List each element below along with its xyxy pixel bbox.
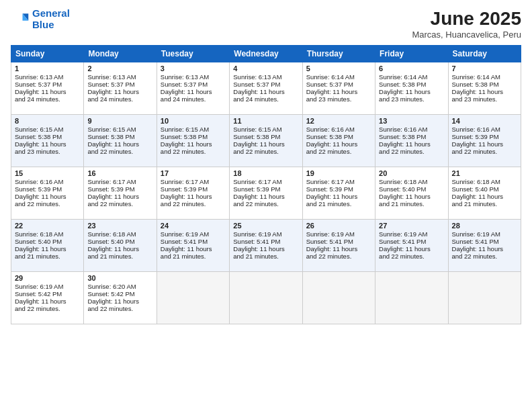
day-number: 5 — [306, 64, 371, 73]
day-info-line: Daylight: 11 hours — [161, 245, 226, 253]
day-info-line: Daylight: 11 hours — [306, 245, 371, 253]
day-info-line: Sunset: 5:38 PM — [452, 81, 517, 88]
day-info-line: and 22 minutes. — [379, 148, 444, 155]
calendar-cell: 11Sunrise: 6:15 AMSunset: 5:38 PMDayligh… — [230, 115, 302, 167]
day-info-line: Daylight: 11 hours — [87, 140, 152, 148]
day-number: 30 — [87, 274, 152, 282]
day-info-line: and 24 minutes. — [87, 95, 152, 103]
day-info-line: Sunset: 5:39 PM — [452, 133, 517, 140]
day-info-line: Daylight: 11 hours — [306, 140, 371, 148]
day-info-line: Sunset: 5:40 PM — [379, 185, 444, 193]
day-info-line: Sunset: 5:38 PM — [379, 81, 444, 88]
day-info-line: and 22 minutes. — [87, 148, 152, 155]
day-info-line: and 22 minutes. — [233, 200, 298, 208]
day-number: 15 — [15, 169, 80, 177]
day-info-line: Daylight: 11 hours — [379, 88, 444, 95]
calendar-week-2: 8Sunrise: 6:15 AMSunset: 5:38 PMDaylight… — [11, 115, 521, 167]
day-number: 28 — [452, 222, 517, 230]
day-info-line: Daylight: 11 hours — [15, 88, 80, 95]
weekday-header-thursday: Thursday — [302, 46, 375, 62]
calendar-cell: 17Sunrise: 6:17 AMSunset: 5:39 PMDayligh… — [157, 167, 229, 220]
calendar-cell: 5Sunrise: 6:14 AMSunset: 5:37 PMDaylight… — [302, 62, 375, 115]
day-info-line: and 22 minutes. — [161, 200, 226, 208]
day-info-line: and 21 minutes. — [379, 200, 444, 208]
day-info-line: Daylight: 11 hours — [161, 193, 226, 200]
calendar: SundayMondayTuesdayWednesdayThursdayFrid… — [11, 45, 521, 324]
day-info-line: Sunrise: 6:18 AM — [15, 230, 80, 238]
day-info-line: and 21 minutes. — [306, 200, 371, 208]
page: General Blue June 2025 Marcas, Huancavel… — [0, 0, 532, 411]
day-info-line: Sunrise: 6:14 AM — [379, 73, 444, 81]
day-info-line: and 21 minutes. — [87, 253, 152, 260]
day-number: 23 — [87, 222, 152, 230]
day-info-line: and 22 minutes. — [306, 253, 371, 260]
day-number: 2 — [87, 64, 152, 73]
day-info-line: Sunset: 5:39 PM — [161, 185, 226, 193]
day-info-line: Sunset: 5:42 PM — [87, 290, 152, 298]
day-info-line: Sunrise: 6:19 AM — [306, 230, 371, 238]
day-info-line: Sunrise: 6:15 AM — [233, 126, 298, 133]
day-info-line: Sunrise: 6:16 AM — [306, 126, 371, 133]
day-info-line: and 23 minutes. — [306, 95, 371, 103]
day-info-line: Sunset: 5:40 PM — [15, 238, 80, 245]
day-info-line: Sunrise: 6:14 AM — [452, 73, 517, 81]
day-info-line: Sunrise: 6:13 AM — [15, 73, 80, 81]
day-info-line: Sunrise: 6:13 AM — [161, 73, 226, 81]
day-info-line: Sunrise: 6:19 AM — [452, 230, 517, 238]
weekday-header-sunday: Sunday — [11, 46, 84, 62]
logo-icon — [11, 10, 30, 29]
day-info-line: Sunset: 5:37 PM — [15, 81, 80, 88]
day-info-line: and 22 minutes. — [15, 200, 80, 208]
calendar-cell: 12Sunrise: 6:16 AMSunset: 5:38 PMDayligh… — [302, 115, 375, 167]
day-number: 19 — [306, 169, 371, 177]
day-number: 20 — [379, 169, 444, 177]
day-info-line: Sunrise: 6:19 AM — [379, 230, 444, 238]
day-info-line: Daylight: 11 hours — [87, 245, 152, 253]
day-info-line: Daylight: 11 hours — [452, 245, 517, 253]
day-number: 1 — [15, 64, 80, 73]
day-info-line: Daylight: 11 hours — [233, 245, 298, 253]
day-info-line: and 23 minutes. — [15, 148, 80, 155]
day-info-line: Daylight: 11 hours — [379, 193, 444, 200]
logo: General Blue — [11, 8, 70, 30]
day-info-line: Sunrise: 6:18 AM — [379, 178, 444, 185]
day-info-line: Daylight: 11 hours — [306, 193, 371, 200]
day-number: 13 — [379, 117, 444, 125]
weekday-header-tuesday: Tuesday — [157, 46, 229, 62]
day-info-line: Sunset: 5:37 PM — [161, 81, 226, 88]
day-info-line: Daylight: 11 hours — [161, 88, 226, 95]
calendar-cell: 8Sunrise: 6:15 AMSunset: 5:38 PMDaylight… — [11, 115, 84, 167]
day-info-line: Sunrise: 6:16 AM — [452, 126, 517, 133]
calendar-cell: 20Sunrise: 6:18 AMSunset: 5:40 PMDayligh… — [375, 167, 448, 220]
day-info-line: Sunset: 5:39 PM — [15, 185, 80, 193]
calendar-cell: 6Sunrise: 6:14 AMSunset: 5:38 PMDaylight… — [375, 62, 448, 115]
day-info-line: Daylight: 11 hours — [306, 88, 371, 95]
day-info-line: and 23 minutes. — [452, 95, 517, 103]
day-info-line: Sunset: 5:42 PM — [15, 290, 80, 298]
day-number: 10 — [161, 117, 226, 125]
day-info-line: Sunrise: 6:17 AM — [233, 178, 298, 185]
calendar-cell: 3Sunrise: 6:13 AMSunset: 5:37 PMDaylight… — [157, 62, 229, 115]
day-info-line: Sunrise: 6:14 AM — [306, 73, 371, 81]
day-info-line: Daylight: 11 hours — [87, 88, 152, 95]
calendar-cell: 24Sunrise: 6:19 AMSunset: 5:41 PMDayligh… — [157, 220, 229, 272]
calendar-cell — [230, 272, 302, 324]
logo-text: General Blue — [32, 8, 70, 30]
calendar-cell: 29Sunrise: 6:19 AMSunset: 5:42 PMDayligh… — [11, 272, 84, 324]
day-info-line: Sunset: 5:39 PM — [87, 185, 152, 193]
day-info-line: Sunrise: 6:20 AM — [87, 283, 152, 290]
day-info-line: Sunrise: 6:16 AM — [15, 178, 80, 185]
day-info-line: Sunset: 5:40 PM — [452, 185, 517, 193]
calendar-cell: 28Sunrise: 6:19 AMSunset: 5:41 PMDayligh… — [448, 220, 521, 272]
day-number: 16 — [87, 169, 152, 177]
day-number: 25 — [233, 222, 298, 230]
day-info-line: Sunset: 5:41 PM — [306, 238, 371, 245]
day-info-line: and 21 minutes. — [161, 253, 226, 260]
day-info-line: Sunrise: 6:17 AM — [87, 178, 152, 185]
calendar-cell — [375, 272, 448, 324]
weekday-header-saturday: Saturday — [448, 46, 521, 62]
calendar-week-1: 1Sunrise: 6:13 AMSunset: 5:37 PMDaylight… — [11, 62, 521, 115]
day-info-line: Sunset: 5:38 PM — [15, 133, 80, 140]
day-number: 21 — [452, 169, 517, 177]
calendar-cell: 15Sunrise: 6:16 AMSunset: 5:39 PMDayligh… — [11, 167, 84, 220]
